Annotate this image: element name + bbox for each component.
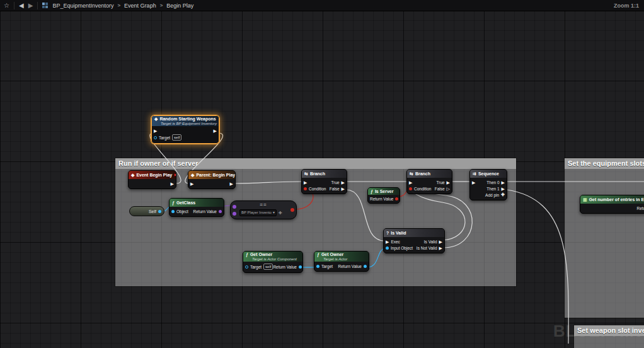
- condition-pin[interactable]: [409, 187, 412, 190]
- node-is-valid[interactable]: ? Is Valid ▶ Exec Is Valid ▶ Input Objec…: [383, 228, 445, 253]
- target-pin[interactable]: [245, 265, 248, 269]
- node-parent-begin-play[interactable]: ◆ Parent: Begin Play ▶ ▶: [188, 170, 236, 189]
- node-subtitle: Target is Actor Component: [246, 257, 297, 261]
- input-a-pin[interactable]: [233, 205, 236, 209]
- node-branch-2[interactable]: ⇆ Branch ▶ True ▶ Condition False ▷: [406, 169, 452, 194]
- forward-button[interactable]: ▶: [28, 3, 33, 9]
- then1-exec-pin[interactable]: ▶: [502, 187, 505, 191]
- node-is-server[interactable]: ƒ Is Server Return Value: [367, 187, 400, 204]
- return-value-pin[interactable]: [299, 265, 302, 269]
- node-sequence[interactable]: ⇉ Sequence ▶ Then 0 ▶ Then 1 ▶ Add pin ✚: [469, 169, 507, 200]
- node-branch-1[interactable]: ⇆ Branch ▶ True ▶ Condition False ▶: [301, 169, 347, 194]
- node-title: Parent: Begin Play: [196, 173, 235, 177]
- comment-set-weapon[interactable]: Set weapon slot inven: [573, 325, 644, 348]
- breadcrumb-item-event-graph[interactable]: Event Graph: [124, 3, 156, 9]
- false-exec-pin[interactable]: ▶: [342, 187, 345, 191]
- node-get-class[interactable]: ƒ GetClass Object Return Value: [169, 198, 224, 217]
- breadcrumb: BP_EquipmentInventory > Event Graph > Be…: [52, 3, 193, 9]
- node-title: Get Owner: [321, 252, 343, 257]
- breadcrumb-item-begin-play[interactable]: Begin Play: [166, 3, 193, 9]
- node-header: ◆ Event Begin Play: [129, 171, 176, 179]
- exec-out-pin[interactable]: ▶: [214, 129, 217, 133]
- target-value-field[interactable]: self: [263, 264, 273, 270]
- self-out-pin[interactable]: [158, 210, 161, 213]
- exec-in-pin[interactable]: ▶: [472, 180, 475, 185]
- divider: [14, 2, 14, 9]
- add-pin-button[interactable]: ✚: [501, 192, 505, 197]
- exec-out-pin[interactable]: ▶: [230, 182, 233, 186]
- favorite-icon[interactable]: ☆: [4, 3, 9, 9]
- is-not-valid-exec-pin[interactable]: ▶: [439, 246, 442, 250]
- true-exec-pin[interactable]: ▶: [342, 180, 345, 185]
- chevron-down-icon: ▾: [273, 210, 275, 216]
- target-pin[interactable]: [316, 265, 319, 268]
- pin-label: True: [331, 180, 339, 185]
- pin-label: Condition: [309, 187, 326, 191]
- node-header: ƒ Is Server: [368, 188, 400, 195]
- node-event-begin-play[interactable]: ◆ Event Begin Play ▶: [128, 170, 176, 189]
- node-title: Is Server: [375, 189, 394, 194]
- node-self[interactable]: Self: [129, 206, 164, 216]
- return-value-pin[interactable]: [364, 265, 367, 268]
- comment-title[interactable]: Set the equipment slots i: [565, 158, 644, 169]
- condition-pin[interactable]: [304, 187, 307, 190]
- back-button[interactable]: ◀: [19, 3, 24, 9]
- node-equal-class[interactable]: == BP Player Invento ▾ ✚: [230, 200, 297, 219]
- target-value-field[interactable]: self: [172, 134, 181, 141]
- return-value-pin[interactable]: [219, 210, 222, 213]
- node-header: ◆ Random Starting Weapons Target is BP E…: [152, 116, 219, 126]
- exec-in-pin[interactable]: ▶: [409, 180, 412, 185]
- chevron-right-icon: >: [117, 3, 120, 8]
- class-dropdown[interactable]: BP Player Invento ▾: [239, 209, 277, 216]
- override-indicator: [174, 173, 176, 177]
- pin-label: Condition: [414, 187, 431, 191]
- input-b-pin[interactable]: [233, 212, 236, 216]
- is-valid-exec-pin[interactable]: ▶: [439, 240, 442, 244]
- false-exec-pin[interactable]: ▷: [447, 187, 450, 191]
- chevron-right-icon: >: [160, 3, 163, 8]
- node-random-starting-weapons[interactable]: ◆ Random Starting Weapons Target is BP E…: [151, 115, 219, 144]
- comment-title[interactable]: Run if owner or if server: [115, 158, 516, 169]
- true-exec-pin[interactable]: ▶: [447, 180, 450, 185]
- node-get-num-entries[interactable]: ▦ Get number of entries in E_Equipme Ret…: [580, 195, 644, 214]
- object-pin[interactable]: [171, 210, 175, 213]
- function-icon: ƒ: [246, 252, 248, 257]
- pin-label: Object: [176, 209, 188, 214]
- exec-out-pin[interactable]: ▶: [171, 182, 174, 186]
- exec-in-pin[interactable]: ▶: [304, 180, 307, 185]
- node-title: Self: [149, 209, 156, 214]
- exec-in-pin[interactable]: ▶: [386, 240, 389, 244]
- node-header: ƒ GetClass: [170, 199, 224, 207]
- comment-title[interactable]: Set weapon slot inven: [574, 325, 644, 336]
- divider: [37, 2, 38, 9]
- then0-exec-pin[interactable]: ▶: [502, 180, 505, 185]
- function-icon: ƒ: [371, 189, 373, 194]
- node-get-owner-actor[interactable]: ƒ Get Owner Target is Actor Target Retur…: [314, 251, 369, 272]
- node-subtitle: Target is Actor: [317, 257, 347, 261]
- target-pin[interactable]: [154, 136, 157, 139]
- pin-label: Return Value: [637, 206, 644, 211]
- pin-label: Return Value: [338, 264, 362, 269]
- return-value-pin[interactable]: [395, 197, 398, 200]
- pin-label: Target: [159, 136, 170, 140]
- pin-label: Then 1: [486, 187, 499, 191]
- blueprint-editor: BLUEPRINT Run if owner or if server Set …: [0, 0, 644, 348]
- exec-in-pin[interactable]: ▶: [190, 182, 193, 186]
- function-icon: ƒ: [172, 200, 175, 205]
- input-object-pin[interactable]: [386, 246, 389, 250]
- result-pin[interactable]: [290, 208, 294, 212]
- comment-set-equipment[interactable]: Set the equipment slots i: [564, 158, 644, 318]
- pin-label: Input Object: [391, 246, 413, 250]
- data-table-icon: ▦: [583, 197, 587, 202]
- node-get-owner-component[interactable]: ƒ Get Owner Target is Actor Component Ta…: [243, 251, 303, 273]
- class-dropdown-value: BP Player Invento: [241, 210, 272, 216]
- add-pin-icon[interactable]: ✚: [279, 211, 282, 216]
- zoom-level-label: Zoom 1:1: [614, 3, 640, 9]
- exec-in-pin[interactable]: ▶: [154, 129, 157, 133]
- pin-label: True: [436, 180, 444, 185]
- breadcrumb-item-blueprint[interactable]: BP_EquipmentInventory: [52, 3, 113, 9]
- sequence-icon: ⇉: [473, 171, 476, 176]
- node-title: Event Begin Play: [136, 173, 172, 177]
- event-icon: ◆: [154, 117, 158, 121]
- pin-label: False: [330, 187, 340, 191]
